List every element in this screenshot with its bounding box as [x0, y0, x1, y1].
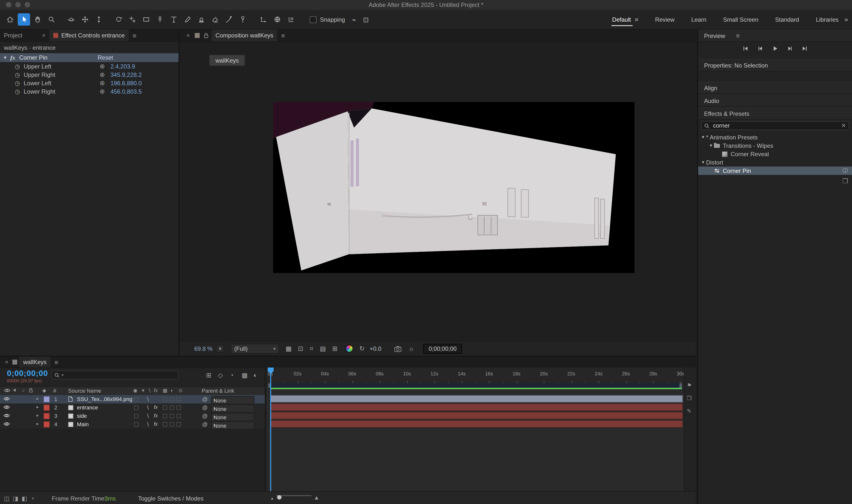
color-channels-icon[interactable] — [346, 345, 353, 352]
workspace-review[interactable]: Review — [654, 14, 676, 25]
quality-switch[interactable]: ∖ — [146, 421, 150, 428]
point-picker-icon[interactable]: ⊕ — [100, 71, 105, 78]
layer-label-chip[interactable] — [44, 404, 50, 411]
layer-visibility-icon[interactable] — [3, 421, 10, 427]
zoom-in-mountain-icon[interactable]: ▲ — [314, 494, 319, 501]
close-icon[interactable]: × — [42, 32, 46, 39]
toggle-switches-modes-button[interactable]: Toggle Switches / Modes — [138, 495, 203, 502]
rectangle-tool[interactable] — [140, 13, 152, 25]
parent-link-dropdown[interactable]: None▾ — [211, 413, 255, 421]
reset-exposure-icon[interactable]: ↻ — [360, 345, 365, 352]
layer-visibility-icon[interactable] — [3, 404, 10, 410]
frame-blend-switch[interactable] — [163, 414, 167, 418]
show-snapshot-icon[interactable]: ☼ — [408, 345, 414, 352]
align-panel-header[interactable]: Align — [698, 82, 852, 94]
effect-param-row[interactable]: ◷Lower Right⊕456.0,803.5 — [0, 87, 178, 95]
properties-panel-header[interactable]: Properties: No Selection ≡ — [698, 59, 852, 71]
world-axis-tool[interactable] — [271, 13, 283, 25]
collapse-switch[interactable] — [134, 406, 139, 410]
layer-expand-icon[interactable]: ▸ — [36, 421, 39, 426]
view-axis-tool[interactable] — [285, 13, 297, 25]
layer-name[interactable]: SSU_Tex...06x994.png — [77, 396, 133, 402]
dolly-camera-tool[interactable] — [93, 13, 105, 25]
parent-pickwhip-icon[interactable]: @ — [202, 396, 208, 402]
parent-link-dropdown[interactable]: None▾ — [211, 396, 255, 404]
stopwatch-icon[interactable]: ◷ — [15, 88, 20, 94]
layer-row-ssu-tex-06x994-png[interactable]: ▸1SSU_Tex...06x994.png∖@None▾ — [0, 395, 265, 404]
layer-row-side[interactable]: ▸3side∖fx@None▾ — [0, 412, 265, 421]
audio-panel-header[interactable]: Audio — [698, 95, 852, 107]
selection-tool[interactable] — [18, 13, 30, 25]
twirl-down-icon[interactable]: ▼ — [700, 160, 706, 165]
comp-marker-bin-icon[interactable]: ⚑ — [687, 382, 692, 389]
reset-button[interactable]: Reset — [98, 54, 113, 61]
layer-duration-bar-2[interactable] — [270, 403, 683, 411]
motion-blur-switch[interactable] — [170, 414, 174, 418]
work-area-end-handle[interactable] — [679, 383, 682, 388]
zoom-tool[interactable] — [45, 13, 58, 25]
comp-button-icon[interactable]: ❒ — [687, 395, 692, 401]
preset-gallery-icon[interactable]: ❒ — [842, 177, 848, 185]
column-parent-link[interactable]: Parent & Link — [202, 388, 234, 394]
motion-blur-switch[interactable] — [170, 406, 174, 410]
snapshot-icon[interactable] — [394, 345, 402, 352]
effects-presets-search[interactable]: ✕ — [701, 121, 849, 130]
edit-icon[interactable]: ✎ — [687, 408, 691, 414]
fx-switch[interactable]: fx — [154, 404, 158, 410]
frame-blend-switch[interactable] — [163, 397, 167, 401]
roto-brush-tool[interactable] — [223, 13, 235, 25]
type-tool[interactable] — [168, 13, 180, 25]
snap-features-icon[interactable]: ⊡ — [363, 16, 368, 23]
close-icon[interactable]: × — [186, 32, 190, 39]
orbit-camera-tool[interactable] — [65, 13, 77, 25]
panel-menu-icon[interactable]: ≡ — [277, 32, 289, 39]
3d-switch[interactable] — [176, 414, 181, 418]
lock-icon[interactable] — [204, 33, 209, 38]
effect-param-row[interactable]: ◷Upper Right⊕345.9,228.2 — [0, 70, 178, 79]
tree-item--animation-presets[interactable]: ▼* Animation Presets — [698, 133, 852, 141]
close-icon[interactable]: × — [5, 359, 8, 365]
magnification-dropdown-icon[interactable]: ▾ — [216, 345, 224, 352]
workspace-libraries[interactable]: Libraries — [815, 14, 839, 25]
quality-switch[interactable]: ∖ — [146, 404, 150, 411]
track-area[interactable]: 0s02s04s06s08s10s12s14s16s18s20s22s24s26… — [266, 367, 684, 491]
stopwatch-icon[interactable]: ◷ — [15, 63, 20, 69]
motion-blur-icon[interactable]: ◐ — [254, 372, 257, 379]
layer-label-chip[interactable] — [44, 396, 50, 402]
resolution-dropdown[interactable]: (Full) ▾ — [231, 344, 279, 354]
tab-timeline-wallkeys[interactable]: wallKeys — [19, 357, 51, 367]
workspace-small-screen[interactable]: Small Screen — [722, 14, 759, 25]
next-frame-button[interactable] — [785, 44, 795, 53]
3d-switch[interactable] — [176, 406, 181, 410]
search-input[interactable] — [712, 122, 841, 130]
param-value[interactable]: 196.6,880.0 — [110, 79, 142, 87]
column-number[interactable]: # — [53, 388, 56, 394]
workspace-default[interactable]: Default≡ — [611, 14, 639, 25]
snapping-checkbox[interactable] — [310, 16, 316, 23]
clear-search-icon[interactable]: ✕ — [841, 122, 846, 129]
tab-composition[interactable]: Composition wallKeys — [211, 30, 277, 41]
panel-menu-icon[interactable]: ≡ — [732, 32, 744, 39]
fx-switch[interactable]: fx — [154, 413, 158, 418]
mini-flowchart-icon[interactable]: ⊞ — [206, 372, 211, 379]
column-source-name[interactable]: Source Name — [68, 388, 101, 394]
collapse-switch[interactable] — [134, 414, 139, 418]
layer-name[interactable]: entrance — [77, 404, 98, 410]
viewer-timecode[interactable]: 0;00;00;00 — [423, 344, 462, 354]
layer-visibility-icon[interactable] — [3, 396, 10, 402]
snap-options-icon[interactable]: ⌁ — [352, 16, 356, 23]
layer-expand-icon[interactable]: ▸ — [36, 404, 39, 409]
layer-label-chip[interactable] — [44, 421, 50, 428]
timeline-zoom-slider[interactable] — [276, 495, 312, 496]
layer-duration-bar-3[interactable] — [270, 412, 683, 419]
mask-visibility-icon[interactable]: ⊡ — [298, 345, 303, 352]
layer-duration-bar-4[interactable] — [270, 420, 683, 428]
fx-switch[interactable]: fx — [154, 421, 158, 427]
twirl-down-icon[interactable]: ▼ — [3, 55, 7, 60]
twirl-down-icon[interactable]: ▼ — [700, 135, 706, 140]
parent-pickwhip-icon[interactable]: @ — [202, 413, 208, 419]
point-picker-icon[interactable]: ⊕ — [100, 88, 105, 95]
play-button[interactable] — [770, 44, 780, 53]
hand-tool[interactable] — [32, 13, 44, 25]
layer-label-chip[interactable] — [44, 413, 50, 419]
